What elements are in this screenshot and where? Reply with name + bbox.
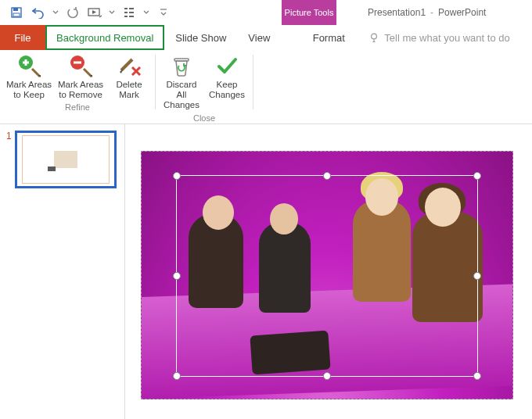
- minus-circle-pencil-icon: [68, 53, 93, 78]
- resize-handle-bottom-middle[interactable]: [323, 372, 331, 380]
- tab-slide-show-label: Slide Show: [175, 32, 226, 44]
- cmd-label: Changes: [209, 90, 245, 99]
- cmd-label: Discard All: [167, 80, 197, 99]
- resize-handle-bottom-left[interactable]: [173, 372, 181, 380]
- customize-qat-icon[interactable]: [155, 4, 172, 21]
- chevron-down-icon[interactable]: [142, 4, 150, 21]
- plus-circle-pencil-icon: [16, 53, 41, 78]
- svg-rect-16: [25, 59, 27, 66]
- svg-rect-5: [129, 8, 134, 9]
- svg-point-11: [372, 34, 377, 39]
- group-separator: [253, 55, 253, 109]
- tell-me-search[interactable]: Tell me what you want to do: [356, 25, 509, 50]
- app-name: PowerPoint: [438, 7, 486, 18]
- resize-handle-top-left[interactable]: [173, 172, 181, 180]
- section-icon[interactable]: [120, 4, 138, 21]
- tab-view[interactable]: View: [237, 25, 281, 50]
- svg-rect-8: [124, 16, 128, 17]
- resize-handle-bottom-right[interactable]: [473, 372, 481, 380]
- start-from-beginning-icon[interactable]: [86, 4, 103, 21]
- tab-format-label: Format: [313, 32, 345, 44]
- svg-rect-6: [124, 12, 128, 13]
- cmd-label: Delete: [116, 80, 142, 89]
- svg-rect-1: [13, 8, 18, 11]
- slide-thumbnail-panel[interactable]: 1: [0, 124, 125, 419]
- picture-tools-label: Picture Tools: [285, 8, 334, 17]
- undo-icon[interactable]: [30, 4, 47, 21]
- workspace: 1: [0, 124, 532, 419]
- cmd-label: Keep: [217, 80, 238, 89]
- recycle-bin-icon: [169, 53, 194, 78]
- quick-access-toolbar: [0, 4, 172, 21]
- presentation-name: Presentation1: [368, 7, 426, 18]
- title-separator: -: [430, 7, 433, 18]
- redo-icon[interactable]: [64, 4, 81, 21]
- cmd-label: to Remove: [59, 90, 102, 99]
- selection-marquee[interactable]: [176, 175, 478, 377]
- cmd-label: Mark Areas: [6, 80, 52, 89]
- svg-rect-7: [129, 12, 134, 13]
- tab-file-label: File: [15, 32, 31, 44]
- group-close: Discard AllChanges KeepChanges Close: [156, 50, 253, 124]
- resize-handle-top-middle[interactable]: [323, 172, 331, 180]
- tab-background-removal-label: Background Removal: [56, 32, 153, 44]
- resize-handle-middle-left[interactable]: [173, 272, 181, 280]
- cmd-label: Mark: [119, 90, 139, 99]
- slide-picture-background-removal[interactable]: [141, 151, 513, 399]
- resize-handle-top-right[interactable]: [473, 172, 481, 180]
- tell-me-placeholder: Tell me what you want to do: [384, 32, 509, 44]
- svg-rect-9: [129, 16, 134, 17]
- tab-format[interactable]: Format: [301, 25, 356, 50]
- chevron-down-icon[interactable]: [52, 4, 59, 21]
- picture-tools-contextual-tab: Picture Tools: [282, 0, 336, 25]
- cmd-label: to Keep: [13, 90, 45, 99]
- save-icon[interactable]: [8, 4, 25, 21]
- pencil-x-icon: [117, 53, 142, 78]
- slide-number: 1: [6, 131, 12, 188]
- ribbon-tabs: File Background Removal Slide Show View …: [0, 25, 532, 50]
- slide-canvas-area[interactable]: [125, 124, 532, 419]
- thumbnail-preview: [22, 135, 110, 184]
- svg-rect-2: [13, 13, 20, 16]
- group-refine: Mark Areasto Keep Mark Areasto Remove De…: [0, 50, 155, 124]
- tab-file[interactable]: File: [0, 25, 45, 50]
- group-name-close: Close: [193, 113, 215, 123]
- keep-changes-button[interactable]: KeepChanges: [206, 53, 248, 111]
- chevron-down-icon[interactable]: [108, 4, 116, 21]
- mark-areas-to-keep-button[interactable]: Mark Areasto Keep: [5, 53, 53, 100]
- ribbon: Mark Areasto Keep Mark Areasto Remove De…: [0, 50, 532, 124]
- cmd-label: Changes: [164, 100, 200, 109]
- group-name-refine: Refine: [65, 102, 90, 112]
- thumbnail-content: [54, 151, 77, 168]
- tab-view-label: View: [248, 32, 270, 44]
- svg-rect-21: [174, 59, 189, 61]
- resize-handle-middle-right[interactable]: [473, 272, 481, 280]
- discard-all-changes-button[interactable]: Discard AllChanges: [160, 53, 203, 111]
- svg-rect-18: [74, 62, 81, 64]
- thumbnail-selected[interactable]: [15, 131, 117, 188]
- delete-mark-button[interactable]: DeleteMark: [108, 53, 150, 100]
- window-title: Presentation1 - PowerPoint: [368, 7, 486, 18]
- mark-areas-to-remove-button[interactable]: Mark Areasto Remove: [56, 53, 105, 100]
- tab-slide-show[interactable]: Slide Show: [164, 25, 237, 50]
- tab-background-removal[interactable]: Background Removal: [45, 25, 164, 50]
- lightbulb-icon: [368, 32, 379, 43]
- title-bar: Picture Tools Presentation1 - PowerPoint: [0, 0, 532, 25]
- check-icon: [214, 53, 239, 78]
- cmd-label: Mark Areas: [58, 80, 103, 89]
- slide-thumbnail-1[interactable]: 1: [6, 131, 118, 188]
- svg-rect-4: [124, 8, 128, 9]
